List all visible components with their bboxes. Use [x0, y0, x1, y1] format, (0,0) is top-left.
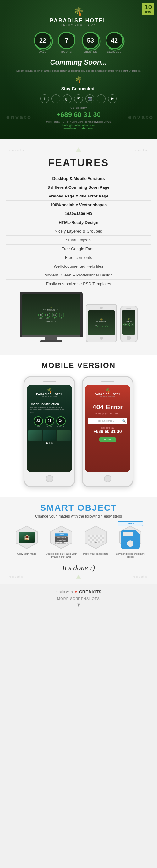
social-facebook[interactable]: f — [40, 94, 49, 103]
done-envato-left: envato — [9, 575, 24, 580]
social-instagram[interactable]: 📷 — [85, 94, 94, 103]
website-link[interactable]: www.hotelparadise.com — [0, 127, 157, 130]
divider-palm-icon: 🌴 — [0, 76, 157, 83]
step3-label: Paste your image here — [80, 552, 111, 555]
countdown-circle-minutes: 53 — [82, 32, 99, 49]
countdown-seconds: 42 SECONDS — [105, 32, 123, 53]
social-googleplus[interactable]: g+ — [63, 94, 72, 103]
phone-number: +689 60 31 30 — [0, 111, 157, 119]
checkerboard-icon: Paste — [88, 532, 104, 543]
social-email[interactable]: ✉ — [74, 94, 83, 103]
dot-active — [46, 442, 48, 444]
email-link[interactable]: hello@hotelparadise.com — [0, 124, 157, 127]
features-list: Desktop & Mobile Versions 3 different Co… — [0, 174, 157, 288]
countdown-minutes: 53 MINUTES — [82, 32, 99, 53]
features-envato-row: envato envato — [0, 146, 157, 155]
paste-layer-label: Title Image Paste Your Image here Clippi… — [55, 530, 68, 544]
step4-label: Save and close the smart object — [114, 552, 146, 559]
step3-hex-content: Paste — [88, 532, 104, 543]
badge-type: PSD — [146, 11, 151, 14]
envato-logo-icon — [75, 147, 82, 153]
phone1-minutes-val: 34 — [59, 419, 62, 423]
step1-hex-content: 🏨 — [19, 532, 34, 543]
phone1-thumb-2 — [43, 430, 56, 441]
social-youtube[interactable]: ▶ — [108, 94, 117, 103]
countdown-circle-hours: 7 — [58, 32, 75, 49]
save-icon: Ctrl+S — [118, 521, 143, 553]
hotel-name: PARADISE HOTEL — [0, 18, 157, 24]
monitor-screen: 🌴 PARADISE HOTEL ENJOY YOUR STAY 22DAYS … — [22, 294, 80, 335]
step1-hex: 🏨 — [14, 525, 39, 550]
hours-value: 7 — [65, 37, 68, 44]
phone1-dots — [27, 442, 72, 444]
phone1-minutes-lbl: MINUTES — [56, 426, 66, 428]
hero-content: 🌴 PARADISE HOTEL ENJOY YOUR STAY 22 DAYS — [0, 6, 157, 130]
step4-hex-content: Ctrl+S — [118, 521, 143, 553]
error-sorry-text: Sorry, page not found. — [85, 411, 130, 415]
error-search-placeholder: Try our search... — [89, 420, 122, 422]
hotel-tagline: ENJOY YOUR STAY — [0, 24, 157, 27]
hero-section: 10 PSD 🌴 PARADISE HOTEL ENJOY YOUR STAY … — [0, 0, 157, 140]
countdown-days: 22 DAYS — [34, 32, 52, 53]
social-linkedin[interactable]: in — [97, 94, 105, 103]
made-with-label: made with — [56, 590, 73, 594]
step2-hex: Title Image Paste Your Image here Clippi… — [49, 525, 74, 550]
made-with-row: made with ♥ CREAKITS — [0, 589, 157, 594]
svg-text:Paste: Paste — [94, 542, 104, 543]
feature-item-10: Free Icon fonts — [6, 253, 151, 262]
feature-item-3: Preload Page & 404 Error Page — [6, 192, 151, 200]
phone2-screen: 🌴 PARADISE HOTEL ENJOY YOUR STAY 404 Err… — [85, 384, 130, 472]
phones-container: 🌴 PARADISE HOTEL ENJOY YOUR STAY Under C… — [6, 376, 151, 487]
phone1-palm-icon: 🌴 — [29, 388, 70, 393]
phone2-home-button[interactable] — [104, 475, 111, 483]
phone1-days: 23 DAYS — [34, 416, 43, 428]
phone1-under-construction: Under Construction... — [27, 401, 72, 407]
stay-connected-label: Stay Connected! — [0, 86, 157, 91]
phone1-thumb-3 — [57, 430, 71, 441]
smart-object-subtitle: Change your images with the following 4 … — [6, 514, 151, 519]
psd-badge: 10 PSD — [142, 2, 155, 15]
phone1-hours-lbl: HOURS — [45, 426, 54, 428]
social-twitter[interactable]: t — [52, 94, 60, 103]
minutes-value: 53 — [87, 37, 94, 44]
days-value: 22 — [39, 37, 46, 44]
feature-item-9: Free Google Fonts — [6, 245, 151, 253]
monitor-stand — [45, 337, 57, 340]
feature-item-5: 1920x1200 HD — [6, 209, 151, 218]
phone1-description: Duis aute irure dolor in reprehenderit i… — [27, 407, 72, 414]
feature-item-12: Modern, Clean & Professional Design — [6, 271, 151, 280]
feature-item-4: 100% scalable Vector shapes — [6, 200, 151, 209]
envato-icon — [76, 575, 81, 580]
features-title: FEATURES — [0, 157, 157, 169]
tablet-mockup: 🌴 PARADISE HOTEL 22 7 53 — [86, 304, 117, 342]
countdown-circle-seconds: 42 — [105, 32, 123, 49]
call-us-label: Call us today — [0, 106, 157, 110]
phone1-home-button[interactable] — [46, 475, 53, 483]
footer-section: made with ♥ CREAKITS MORE SCREENSHOTS ▾ — [0, 584, 157, 611]
svg-marker-15 — [76, 575, 81, 579]
palm-icon: 🌴 — [0, 6, 157, 17]
phone1-mockup: 🌴 PARADISE HOTEL ENJOY YOUR STAY Under C… — [24, 376, 75, 487]
envato-text-right: envato — [133, 148, 148, 152]
monitor-base — [40, 340, 62, 342]
feature-item-7: Nicely Layered & Grouped — [6, 227, 151, 236]
phone1-countdown-row: 23 DAYS 21 HOURS 34 MINUTES — [27, 416, 72, 428]
address-text: Motu Terehu – BP 547 Bora Bora French Po… — [0, 120, 157, 124]
done-watermark-row: envato envato — [6, 574, 151, 581]
phone1-image-row — [28, 430, 71, 441]
step4-hex: Ctrl+S — [118, 525, 143, 550]
error-search-box[interactable]: Try our search... 🔍 — [87, 418, 128, 424]
tablet-screen: 🌴 PARADISE HOTEL 22 7 53 — [88, 310, 114, 335]
chevron-down-icon: ▾ — [0, 601, 157, 608]
mobile-version-section: MOBILE VERSION 🌴 PARADISE HOTEL ENJOY YO… — [0, 355, 157, 497]
error-home-button[interactable]: HOME — [99, 437, 116, 442]
phone1-content: 🌴 PARADISE HOTEL ENJOY YOUR STAY — [27, 384, 72, 401]
more-screenshots-label: MORE SCREENSHOTS — [0, 597, 157, 600]
phone2-content: 🌴 PARADISE HOTEL ENJOY YOUR STAY — [85, 384, 130, 401]
step-3: Paste Paste your image here — [80, 525, 111, 559]
step-1: 🏨 Copy your image — [11, 525, 43, 559]
phone2-palm-icon: 🌴 — [87, 388, 128, 393]
small-phone-mockup: 🌴 PARADISE 23 21 34 — [120, 306, 137, 342]
monitor-screen-content: 🌴 PARADISE HOTEL ENJOY YOUR STAY 22DAYS … — [38, 307, 64, 322]
phone1-hotel-name: PARADISE HOTEL — [29, 393, 70, 396]
